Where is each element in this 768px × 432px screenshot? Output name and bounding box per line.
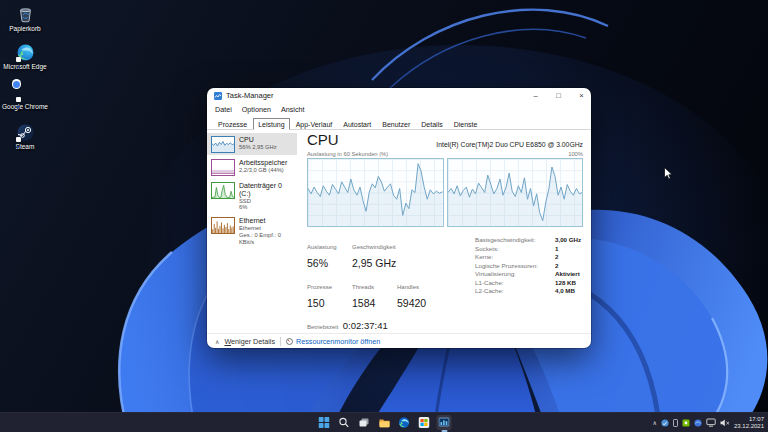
stat-value-speed: 2,95 GHz — [352, 257, 396, 269]
store-button[interactable] — [417, 415, 432, 430]
resource-monitor-label: Ressourcenmonitor öffnen — [296, 337, 380, 346]
clock[interactable]: 17:07 23.12.2021 — [734, 416, 764, 430]
task-view-button[interactable] — [357, 415, 372, 430]
cpu-usage-graphs — [307, 158, 583, 227]
tray-icon[interactable] — [694, 419, 702, 427]
search-button[interactable] — [337, 415, 352, 430]
sidebar-item-sub: Ethernet — [239, 225, 295, 232]
desktop-icon-steam[interactable]: Steam — [0, 124, 53, 150]
tab-autostart[interactable]: Autostart — [338, 118, 376, 130]
stat-label: Auslastung — [307, 244, 337, 250]
edge-icon — [17, 44, 34, 61]
graph-axis-label: Auslastung in 60 Sekunden (%) — [307, 151, 388, 157]
tab-dienste[interactable]: Dienste — [449, 118, 483, 130]
file-explorer-icon — [378, 417, 390, 428]
menu-item-optionen[interactable]: Optionen — [237, 105, 276, 114]
tray-icon[interactable] — [661, 419, 669, 427]
store-icon — [419, 417, 430, 428]
cpu-details-list: Basisgeschwindigkeit:3,00 GHzSockets:1Ke… — [475, 235, 581, 333]
chrome-icon — [17, 84, 34, 101]
divider — [280, 337, 281, 346]
task-manager-app-icon — [214, 92, 222, 100]
clock-date: 23.12.2021 — [734, 423, 764, 430]
resource-monitor-link[interactable]: Ressourcenmonitor öffnen — [286, 337, 380, 346]
sidebar-item-sub: 56% 2,95 GHz — [239, 144, 277, 151]
task-manager-icon — [439, 417, 450, 428]
desktop-icon-label: Microsoft Edge — [3, 63, 46, 70]
title-bar: Task-Manager – □ × — [207, 88, 591, 103]
stat-label: Geschwindigkeit — [352, 244, 396, 250]
task-manager-taskbar-button[interactable] — [437, 415, 452, 430]
maximize-button[interactable]: □ — [549, 88, 568, 103]
cpu-model-name: Intel(R) Core(TM)2 Duo CPU E6850 @ 3.00G… — [436, 141, 583, 148]
desktop-icon-chrome[interactable]: Google Chrome — [0, 84, 53, 110]
sidebar-item-sub: 6% — [239, 204, 295, 211]
sidebar-item-cpu[interactable]: CPU 56% 2,95 GHz — [207, 133, 297, 155]
cpu-detail-row: Logische Prozessoren:2 — [475, 262, 581, 269]
cpu-panel: CPU Intel(R) Core(TM)2 Duo CPU E6850 @ 3… — [297, 130, 591, 333]
status-bar: ∧ Weniger Details Ressourcenmonitor öffn… — [207, 333, 591, 348]
window-title: Task-Manager — [226, 91, 522, 100]
sidebar-item-label: Ethernet — [239, 217, 295, 225]
stat-value-threads: 1584 — [352, 297, 375, 309]
taskbar: ∧ 17:07 23.12.2021 — [0, 412, 768, 432]
desktop-icon-label: Papierkorb — [9, 25, 40, 32]
desktop-icon-edge[interactable]: Microsoft Edge — [0, 44, 53, 70]
sidebar-item-sub: SSD — [239, 198, 295, 205]
stat-label: Handles — [397, 284, 419, 290]
network-ethernet-icon[interactable] — [706, 418, 716, 427]
menu-item-datei[interactable]: Datei — [210, 105, 237, 114]
cpu-detail-row: Sockets:1 — [475, 245, 581, 252]
search-icon — [339, 417, 350, 428]
stat-value-processes: 150 — [307, 297, 325, 309]
disk-thumb-graph — [211, 182, 235, 199]
cpu-detail-row: L1-Cache:128 KB — [475, 279, 581, 286]
cpu-detail-row: Kerne:2 — [475, 253, 581, 260]
sidebar-item-ethernet[interactable]: Ethernet Ethernet Ges.: 0 Empf.: 0 KBit/… — [207, 215, 297, 248]
start-button[interactable] — [317, 415, 332, 430]
menu-item-ansicht[interactable]: Ansicht — [276, 105, 310, 114]
tab-prozesse[interactable]: Prozesse — [213, 118, 252, 130]
windows-logo-icon — [319, 417, 330, 428]
mouse-cursor — [664, 167, 673, 180]
shortcut-arrow-icon — [16, 137, 22, 143]
memory-thumb-graph — [211, 159, 235, 176]
edge-taskbar-button[interactable] — [397, 415, 412, 430]
sidebar-item-sub: 2,2/3,0 GB (44%) — [239, 167, 287, 174]
stat-label: Betriebszeit — [307, 324, 338, 330]
cpu-detail-row: Basisgeschwindigkeit:3,00 GHz — [475, 236, 581, 243]
tab-bar: ProzesseLeistungApp-VerlaufAutostartBenu… — [207, 115, 591, 130]
performance-sidebar: CPU 56% 2,95 GHz Arbeitsspeicher 2,2/3,0… — [207, 130, 297, 333]
sidebar-item-label: Arbeitsspeicher — [239, 159, 287, 167]
desktop-icon-label: Google Chrome — [2, 103, 48, 110]
tab-benutzer[interactable]: Benutzer — [377, 118, 415, 130]
tray-chevron-icon[interactable]: ∧ — [653, 419, 657, 426]
task-manager-window: Task-Manager – □ × DateiOptionenAnsicht … — [207, 88, 591, 348]
sidebar-item-label: Datenträger 0 (C:) — [239, 182, 295, 198]
stat-label: Threads — [352, 284, 374, 290]
cpu-stats: Auslastung 56% Geschwindigkeit 2,95 GHz … — [307, 235, 475, 333]
tab-leistung[interactable]: Leistung — [253, 118, 289, 130]
recycle-bin-icon — [17, 6, 34, 23]
sidebar-item-sub: Ges.: 0 Empf.: 0 KBit/s — [239, 232, 295, 246]
resource-monitor-icon — [286, 338, 293, 345]
steam-icon — [17, 124, 34, 141]
sidebar-item-memory[interactable]: Arbeitsspeicher 2,2/3,0 GB (44%) — [207, 156, 297, 178]
collapse-chevron-icon: ∧ — [215, 338, 219, 345]
tab-app-verlauf[interactable]: App-Verlauf — [291, 118, 338, 130]
volume-icon[interactable] — [720, 419, 730, 427]
tray-icon[interactable] — [673, 419, 678, 427]
tray-icon[interactable] — [682, 419, 690, 427]
less-details-button[interactable]: Weniger Details — [224, 337, 275, 346]
sidebar-item-disk[interactable]: Datenträger 0 (C:) SSD 6% — [207, 179, 297, 214]
tab-details[interactable]: Details — [416, 118, 447, 130]
menu-bar: DateiOptionenAnsicht — [207, 103, 591, 115]
minimize-button[interactable]: – — [526, 88, 545, 103]
file-explorer-button[interactable] — [377, 415, 392, 430]
desktop-icon-recycle-bin[interactable]: Papierkorb — [0, 6, 53, 32]
stat-value-handles: 59420 — [397, 297, 426, 309]
sidebar-item-label: CPU — [239, 136, 277, 144]
stat-value-uptime: 0:02:37:41 — [343, 320, 388, 331]
cpu-core1-graph — [447, 158, 584, 227]
close-button[interactable]: × — [572, 88, 591, 103]
